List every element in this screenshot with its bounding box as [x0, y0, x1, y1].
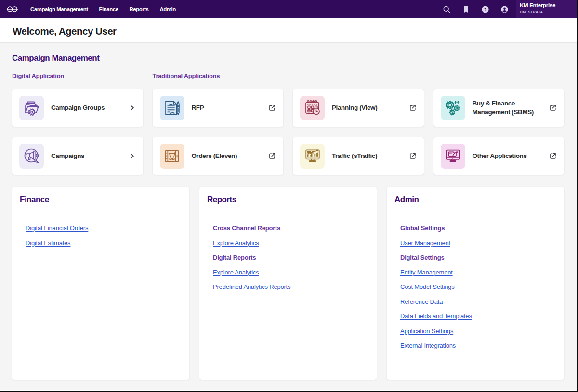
app-card-other-applications[interactable]: Other Applications — [434, 137, 565, 175]
app-card-campaign-groups[interactable]: Campaign Groups — [12, 89, 143, 127]
main-nav: Campaign ManagementFinanceReportsAdmin — [30, 6, 176, 12]
panel-title-finance: Finance — [20, 194, 182, 206]
monitor-chart-icon — [300, 144, 325, 169]
tenant-switcher[interactable]: KM Enterprise ONESTRATA — [516, 0, 577, 18]
document-pen-icon — [160, 96, 184, 120]
calendar-clock-icon — [300, 96, 325, 120]
svg-text:$: $ — [451, 110, 453, 115]
folder-gear-icon — [19, 96, 44, 120]
page-title: Welcome, Agency User — [13, 26, 117, 37]
external-link-icon — [269, 153, 276, 159]
bookmark-icon[interactable] — [461, 4, 471, 14]
panel-body: Cross Channel ReportsExplore AnalyticsDi… — [199, 211, 377, 292]
application-cards: Campaign GroupsRFPPlanning (View)$Buy & … — [12, 89, 564, 175]
cart-document-icon — [160, 144, 184, 169]
nav-item-finance[interactable]: Finance — [99, 6, 118, 12]
search-icon[interactable] — [442, 4, 451, 14]
panel-header: Admin — [387, 187, 564, 211]
tenant-name: KM Enterprise — [520, 2, 577, 9]
help-icon[interactable]: ? — [480, 4, 490, 14]
nav-item-campaign-management[interactable]: Campaign Management — [30, 6, 88, 12]
user-icon[interactable] — [499, 4, 509, 14]
app-card-campaigns[interactable]: Campaigns — [12, 137, 143, 175]
external-link-icon — [409, 153, 416, 159]
panel-link-reference-data[interactable]: Reference Data — [400, 298, 443, 305]
section-panels: FinanceDigital Financial OrdersDigital E… — [12, 187, 564, 380]
application-group-labels: Digital Application Traditional Applicat… — [12, 71, 564, 81]
panel-finance: FinanceDigital Financial OrdersDigital E… — [12, 187, 189, 380]
gears-dollar-icon: $ — [441, 96, 465, 120]
panel-header: Finance — [12, 187, 189, 211]
app-card-label: RFP — [192, 104, 266, 112]
topbar-left: Campaign ManagementFinanceReportsAdmin — [0, 0, 442, 18]
topbar-icons: ? — [442, 0, 516, 18]
panel-link-entity-management[interactable]: Entity Management — [400, 269, 453, 276]
app-card-orders-eleven[interactable]: Orders (Eleven) — [153, 137, 284, 175]
panel-link-cost-model-settings[interactable]: Cost Model Settings — [400, 283, 455, 290]
app-card-label: Planning (View) — [332, 104, 407, 112]
app-card-rfp[interactable]: RFP — [153, 89, 284, 127]
app-window: Campaign ManagementFinanceReportsAdmin ?… — [0, 0, 578, 392]
app-card-buy-finance-management-sbms[interactable]: $Buy & Finance Management (SBMS) — [434, 89, 565, 127]
window-bottom-frame — [0, 390, 577, 392]
panel-link-digital-financial-orders[interactable]: Digital Financial Orders — [26, 224, 88, 232]
nav-item-reports[interactable]: Reports — [130, 6, 149, 12]
chevron-right-icon — [129, 153, 135, 159]
external-link-icon — [409, 105, 416, 111]
app-card-planning-view[interactable]: Planning (View) — [293, 89, 424, 127]
digital-application-label: Digital Application — [12, 71, 143, 81]
panel-title-reports: Reports — [207, 194, 369, 206]
nav-item-admin[interactable]: Admin — [160, 6, 176, 12]
monitor-arrow-icon — [441, 144, 465, 169]
panel-link-application-settings[interactable]: Application Settings — [400, 327, 453, 335]
app-card-label: Campaigns — [51, 152, 126, 160]
onestrata-logo-icon[interactable] — [6, 6, 18, 12]
panel-header: Reports — [199, 187, 377, 211]
megaphone-bubble-icon — [19, 144, 44, 169]
panel-reports: ReportsCross Channel ReportsExplore Anal… — [199, 187, 377, 380]
app-card-label: Traffic (sTraffic) — [332, 152, 407, 160]
panel-title-admin: Admin — [394, 194, 556, 206]
panel-group-header-cross-channel-reports: Cross Channel Reports — [213, 223, 369, 233]
panel-group-header-digital-settings: Digital Settings — [400, 253, 556, 262]
external-link-icon — [550, 105, 556, 111]
panel-group-header-global-settings: Global Settings — [400, 223, 556, 233]
svg-text:?: ? — [484, 7, 486, 12]
panel-link-predefined-analytics-reports[interactable]: Predefined Analytics Reports — [213, 283, 290, 290]
panel-body: Global SettingsUser ManagementDigital Se… — [387, 211, 564, 351]
traditional-applications-label: Traditional Applications — [153, 71, 284, 81]
panel-body: Digital Financial OrdersDigital Estimate… — [12, 211, 189, 248]
panel-link-user-management[interactable]: User Management — [400, 239, 450, 247]
top-navigation-bar: Campaign ManagementFinanceReportsAdmin ?… — [0, 0, 577, 18]
panel-link-digital-estimates[interactable]: Digital Estimates — [26, 239, 70, 247]
app-card-traffic-straffic[interactable]: Traffic (sTraffic) — [293, 137, 424, 175]
panel-link-external-integrations[interactable]: External Integrations — [400, 342, 456, 349]
home-content: Campaign Management Digital Application … — [0, 43, 577, 390]
campaign-section-title: Campaign Management — [12, 52, 564, 64]
welcome-banner: Welcome, Agency User — [0, 18, 577, 43]
panel-link-explore-analytics[interactable]: Explore Analytics — [213, 269, 259, 276]
panel-group-header-digital-reports: Digital Reports — [213, 253, 369, 262]
external-link-icon — [269, 105, 276, 111]
panel-link-data-fields-and-templates[interactable]: Data Fields and Templates — [400, 313, 472, 320]
app-card-label: Campaign Groups — [51, 104, 126, 112]
tenant-product: ONESTRATA — [520, 9, 577, 14]
panel-link-explore-analytics[interactable]: Explore Analytics — [213, 239, 259, 247]
panel-admin: AdminGlobal SettingsUser ManagementDigit… — [387, 187, 564, 380]
app-card-label: Other Applications — [473, 152, 547, 160]
external-link-icon — [550, 153, 556, 159]
app-card-label: Buy & Finance Management (SBMS) — [473, 99, 547, 117]
chevron-right-icon — [129, 105, 135, 111]
app-card-label: Orders (Eleven) — [192, 152, 266, 160]
